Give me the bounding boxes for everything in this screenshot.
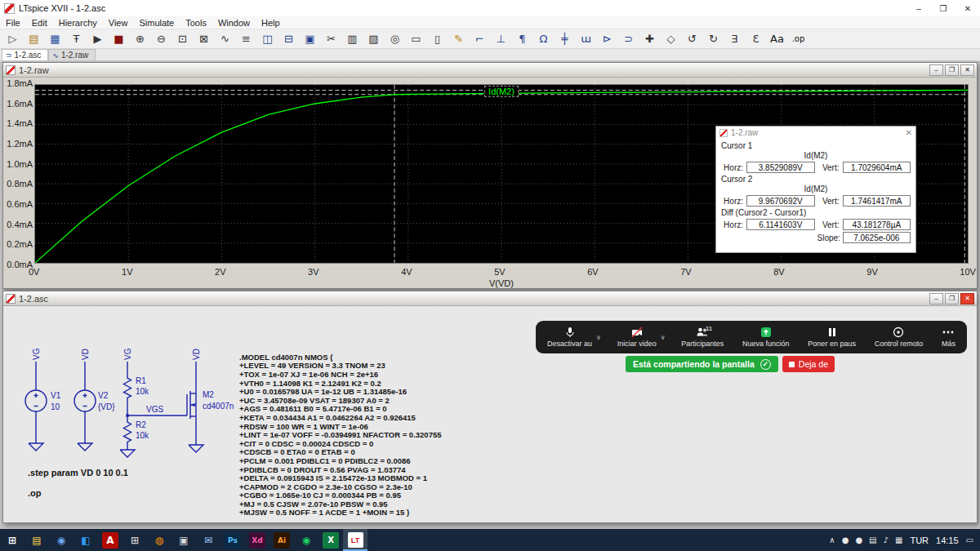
spice-directive-icon[interactable]: .op	[788, 30, 808, 47]
remote-control-button[interactable]: Control remoto	[871, 327, 927, 348]
redo-icon[interactable]: ↻	[703, 30, 724, 47]
pencil-icon[interactable]: ✎	[448, 30, 469, 47]
restore-button[interactable]: ❐	[945, 64, 959, 76]
menu-item[interactable]: Simulate	[133, 17, 180, 29]
r2-name[interactable]: R2	[136, 420, 146, 429]
voltage-source-v1[interactable]	[25, 390, 47, 411]
file-explorer-icon[interactable]: ▤	[24, 529, 49, 551]
netlist-icon[interactable]: ≡	[236, 30, 256, 47]
minimize-button[interactable]: –	[929, 293, 943, 304]
tile-horizontal-icon[interactable]: ⊟	[278, 30, 299, 47]
start-button[interactable]: ⊞	[0, 529, 24, 551]
r1-name[interactable]: R1	[136, 376, 146, 385]
r1-value[interactable]: 10k	[136, 387, 149, 396]
minimize-button[interactable]: –	[906, 0, 931, 16]
v2-name[interactable]: V2	[98, 391, 109, 400]
cursor1-horz-input[interactable]	[746, 162, 815, 173]
ground-icon[interactable]: ⊥	[491, 30, 511, 47]
net-label-vd[interactable]: VD	[81, 349, 90, 360]
volume-icon[interactable]: ♪	[884, 535, 889, 544]
close-button[interactable]: ✕	[960, 293, 974, 304]
spotify-icon[interactable]: ◉	[294, 529, 318, 551]
zoom-area-icon[interactable]: ⊡	[172, 30, 193, 47]
inductor-icon[interactable]: ɯ	[576, 30, 596, 47]
diff-horz-input[interactable]	[746, 219, 815, 230]
nmos-m2[interactable]	[187, 391, 196, 419]
trace-label[interactable]: Id(M2)	[484, 86, 519, 97]
mail-icon[interactable]: ✉	[196, 529, 220, 551]
paste-icon[interactable]: ▧	[363, 30, 384, 47]
step-directive[interactable]: .step param VD 0 10 0.1	[28, 468, 128, 478]
apps-grid-icon[interactable]: ⊞	[122, 529, 147, 551]
chrome-icon[interactable]: ◉	[49, 529, 74, 551]
cascade-icon[interactable]: ▣	[300, 30, 320, 47]
clock[interactable]: 14:15	[936, 535, 959, 545]
control-panel-icon[interactable]: Ŧ	[66, 30, 87, 47]
autorange-icon[interactable]: ∿	[215, 30, 235, 47]
copy-icon[interactable]: ▥	[342, 30, 363, 47]
zoom-full-icon[interactable]: ⊠	[194, 30, 214, 47]
waveform-window-titlebar[interactable]: 1-2.raw – ❐ ✕	[3, 63, 977, 78]
menu-item[interactable]: Tools	[180, 17, 212, 29]
net-label-vgs[interactable]: VGS	[146, 405, 163, 414]
net-label-vg[interactable]: VG	[32, 348, 41, 360]
net-label-icon[interactable]: ¶	[512, 30, 532, 47]
drag-icon[interactable]: ◇	[661, 30, 681, 47]
schematic-window-titlebar[interactable]: 1-2.asc – ❐ ✕	[3, 291, 977, 306]
r2-value[interactable]: 10k	[136, 431, 149, 440]
v2-value[interactable]: {VD}	[98, 402, 115, 411]
menu-item[interactable]: Edit	[26, 17, 53, 29]
onedrive-icon[interactable]: ●	[842, 535, 849, 544]
keyboard-icon[interactable]: ▦	[895, 535, 902, 544]
ground-symbol[interactable]	[78, 443, 92, 451]
display-icon[interactable]: ▤	[869, 535, 876, 544]
menu-item[interactable]: View	[103, 17, 134, 29]
net-label-vd2[interactable]: VD	[192, 349, 201, 360]
ground-symbol[interactable]	[189, 445, 203, 452]
video-options-chevron-icon[interactable]: ∨	[661, 334, 666, 341]
save-icon[interactable]: ▦	[45, 30, 65, 47]
slope-input[interactable]	[843, 232, 911, 243]
net-label-vg2[interactable]: VG	[123, 348, 132, 360]
vscode-icon[interactable]: ◧	[74, 529, 98, 551]
cursor2-horz-input[interactable]	[746, 195, 815, 207]
stop-sharing-button[interactable]: Deja de	[782, 356, 835, 372]
maximize-button[interactable]: ❐	[931, 0, 956, 16]
start-video-button[interactable]: Iniciar video	[614, 327, 660, 348]
ground-symbol[interactable]	[120, 450, 135, 457]
tab-schematic[interactable]: ⊃ 1-2.asc	[2, 49, 48, 60]
wire-icon[interactable]: ⌐	[470, 30, 490, 47]
notification-center-icon[interactable]: ▭	[966, 535, 973, 544]
resistor-r2[interactable]	[124, 419, 131, 445]
ltspice-taskbar-icon[interactable]: LT	[343, 529, 368, 551]
chat-icon[interactable]: ▣	[172, 529, 196, 551]
undo-icon[interactable]: ↺	[682, 30, 702, 47]
run-icon[interactable]: ▶	[87, 30, 108, 47]
xd-icon[interactable]: Xd	[245, 529, 270, 551]
menu-item[interactable]: Hierarchy	[53, 17, 103, 29]
mirror-icon[interactable]: Ǝ	[724, 30, 745, 47]
new-schematic-icon[interactable]: ▷	[2, 30, 23, 47]
component-icon[interactable]: ⊃	[618, 30, 639, 47]
menu-item[interactable]: Help	[256, 17, 286, 29]
menu-item[interactable]: File	[0, 17, 26, 29]
op-directive[interactable]: .op	[28, 488, 42, 498]
excel-icon[interactable]: X	[318, 529, 343, 551]
tile-vertical-icon[interactable]: ◫	[257, 30, 278, 47]
illustrator-icon[interactable]: Ai	[270, 529, 294, 551]
language-indicator[interactable]: TUR	[910, 535, 929, 545]
diff-vert-input[interactable]	[843, 219, 911, 230]
defender-icon[interactable]: ●	[855, 535, 862, 544]
print-preview-icon[interactable]: ▯	[427, 30, 448, 47]
acrobat-icon[interactable]: A	[98, 529, 122, 551]
find-icon[interactable]: ◎	[385, 30, 405, 47]
cursor2-vert-input[interactable]	[843, 195, 911, 207]
photoshop-icon[interactable]: Ps	[220, 529, 245, 551]
spice-model-text[interactable]: .MODEL cd4007n NMOS (+LEVEL = 49 VERSION…	[239, 327, 441, 518]
close-button[interactable]: ✕	[960, 64, 974, 76]
zoom-out-icon[interactable]: ⊖	[151, 30, 172, 47]
capacitor-icon[interactable]: ╪	[555, 30, 575, 47]
ground-symbol[interactable]	[29, 443, 43, 451]
cursor-dialog-close-icon[interactable]: ✕	[906, 128, 912, 137]
v1-value[interactable]: 10	[51, 402, 60, 411]
